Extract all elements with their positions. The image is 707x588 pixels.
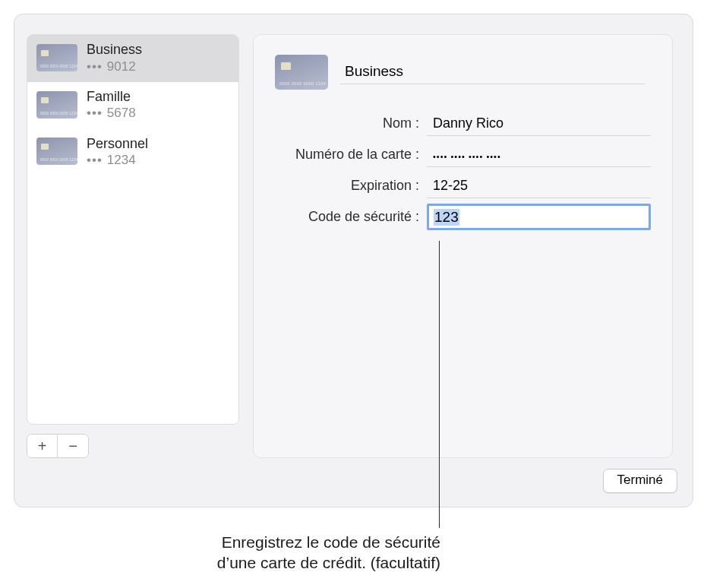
callout-line (439, 241, 440, 528)
card-item-business[interactable]: Business ••• 9012 (27, 35, 238, 82)
form-rows: Nom : Numéro de la carte : Expiration : (275, 108, 651, 232)
row-security: Code de sécurité : 123 (275, 201, 651, 232)
card-item-personnel[interactable]: Personnel ••• 1234 (27, 129, 238, 176)
card-item-name: Personnel (87, 135, 148, 153)
name-label: Nom : (275, 115, 427, 131)
detail-header (275, 55, 651, 90)
plus-icon: + (38, 438, 47, 455)
name-input[interactable] (427, 112, 651, 136)
preferences-window: Business ••• 9012 Famille ••• 5678 (14, 14, 693, 507)
card-item-famille[interactable]: Famille ••• 5678 (27, 82, 238, 129)
card-item-name: Famille (87, 88, 136, 106)
done-button[interactable]: Terminé (603, 469, 677, 493)
number-label: Numéro de la carte : (275, 147, 427, 163)
credit-card-icon (36, 44, 77, 71)
credit-card-icon (36, 138, 77, 165)
card-title-input[interactable] (340, 60, 645, 84)
list-controls: + − (27, 434, 239, 458)
card-item-last4: ••• 9012 (87, 58, 142, 74)
card-item-last4: ••• 1234 (87, 152, 148, 168)
card-item-name: Business (87, 41, 142, 58)
expiry-label: Expiration : (275, 178, 427, 194)
add-remove-segment: + − (27, 434, 89, 458)
sidebar: Business ••• 9012 Famille ••• 5678 (27, 34, 239, 458)
card-item-text: Famille ••• 5678 (87, 88, 136, 122)
content-area: Business ••• 9012 Famille ••• 5678 (14, 14, 693, 458)
remove-button[interactable]: − (58, 435, 88, 457)
card-item-text: Personnel ••• 1234 (87, 135, 148, 169)
row-number: Numéro de la carte : (275, 139, 651, 170)
detail-panel: Nom : Numéro de la carte : Expiration : (253, 34, 673, 458)
footer: Terminé (14, 458, 693, 507)
done-button-label: Terminé (617, 473, 663, 487)
card-list: Business ••• 9012 Famille ••• 5678 (27, 34, 239, 425)
security-code-value: 123 (434, 209, 459, 226)
credit-card-icon (275, 55, 328, 90)
card-number-input[interactable] (427, 143, 651, 167)
add-button[interactable]: + (27, 435, 58, 457)
minus-icon: − (68, 438, 77, 455)
callout-text: Enregistrez le code de sécurité d’une ca… (84, 532, 440, 574)
card-item-last4: ••• 5678 (87, 105, 136, 121)
security-label: Code de sécurité : (275, 209, 427, 225)
row-expiry: Expiration : (275, 170, 651, 201)
row-name: Nom : (275, 108, 651, 139)
card-item-text: Business ••• 9012 (87, 41, 142, 74)
expiry-input[interactable] (427, 174, 651, 198)
credit-card-icon (36, 91, 77, 119)
security-code-input[interactable]: 123 (427, 204, 651, 230)
